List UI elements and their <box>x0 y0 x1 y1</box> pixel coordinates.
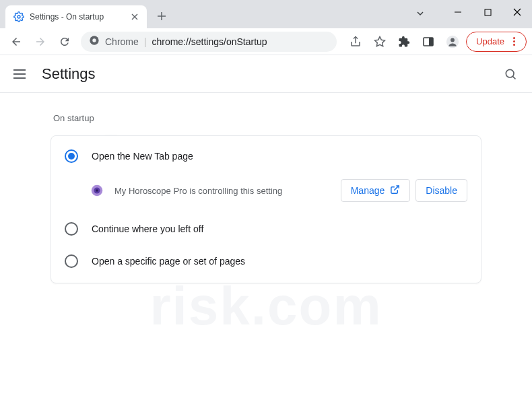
extension-app-icon <box>89 182 105 199</box>
svg-rect-5 <box>429 38 433 46</box>
svg-point-0 <box>18 15 20 18</box>
minimize-button[interactable] <box>443 0 473 24</box>
extensions-icon[interactable] <box>393 31 415 53</box>
reload-button[interactable] <box>54 31 75 53</box>
option-label: Open the New Tab page <box>92 151 193 162</box>
manage-button[interactable]: Manage <box>341 179 411 202</box>
bookmark-icon[interactable] <box>369 31 391 53</box>
settings-header: Settings <box>0 55 532 93</box>
address-bar[interactable]: Chrome | chrome://settings/onStartup <box>81 32 337 52</box>
svg-point-3 <box>92 38 96 42</box>
manage-label: Manage <box>351 185 385 196</box>
chrome-logo-icon <box>89 35 100 48</box>
extension-notice: My Horoscope Pro is controlling this set… <box>51 172 481 213</box>
side-panel-icon[interactable] <box>418 31 439 53</box>
radio-icon[interactable] <box>65 254 78 268</box>
external-link-icon <box>390 184 400 197</box>
option-label: Continue where you left off <box>92 223 203 234</box>
window-titlebar: Settings - On startup <box>0 0 532 28</box>
disable-button[interactable]: Disable <box>415 179 467 202</box>
close-tab-icon[interactable] <box>129 11 140 22</box>
startup-card: Open the New Tab page My Horoscope Pro i… <box>51 135 481 283</box>
window-controls <box>443 0 532 24</box>
browser-tab[interactable]: Settings - On startup <box>5 5 147 28</box>
option-label: Open a specific page or set of pages <box>92 256 245 267</box>
hamburger-menu-icon[interactable] <box>13 66 30 82</box>
svg-point-11 <box>96 189 98 192</box>
page-title: Settings <box>42 65 96 83</box>
new-tab-button[interactable] <box>152 7 171 26</box>
radio-icon[interactable] <box>65 222 78 236</box>
section-label: On startup <box>51 109 481 135</box>
maximize-button[interactable] <box>473 0 502 24</box>
disable-label: Disable <box>426 185 457 196</box>
svg-point-8 <box>506 69 514 77</box>
url-path: chrome://settings/onStartup <box>152 36 267 47</box>
option-new-tab[interactable]: Open the New Tab page <box>51 140 481 172</box>
tab-search-button[interactable] <box>409 5 431 22</box>
search-icon[interactable] <box>502 66 519 82</box>
url-separator: | <box>144 36 147 47</box>
option-specific-pages[interactable]: Open a specific page or set of pages <box>51 245 481 277</box>
radio-selected-icon[interactable] <box>65 149 78 163</box>
tab-title: Settings - On startup <box>30 12 124 22</box>
forward-button[interactable] <box>30 31 51 53</box>
share-icon[interactable] <box>345 31 366 53</box>
gear-icon <box>13 11 24 22</box>
option-continue[interactable]: Continue where you left off <box>51 213 481 245</box>
extension-message: My Horoscope Pro is controlling this set… <box>114 186 331 196</box>
url-origin: Chrome <box>105 36 139 47</box>
svg-rect-1 <box>485 9 491 15</box>
content-area: On startup Open the New Tab page My Horo… <box>0 93 532 283</box>
close-window-button[interactable] <box>502 0 532 24</box>
update-label: Update <box>476 36 504 46</box>
more-menu-icon <box>508 37 519 46</box>
browser-toolbar: Chrome | chrome://settings/onStartup Upd… <box>0 28 532 55</box>
svg-point-7 <box>451 38 455 42</box>
update-button[interactable]: Update <box>466 32 527 52</box>
back-button[interactable] <box>5 31 27 53</box>
profile-icon[interactable] <box>442 31 463 53</box>
